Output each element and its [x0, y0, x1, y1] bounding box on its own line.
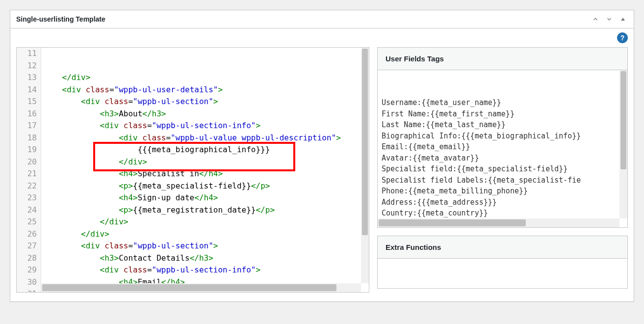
template-panel: Single-userlisting Template ? 1112131415… [10, 10, 634, 302]
field-tag[interactable]: Country:{{meta_country}} [382, 208, 627, 219]
line-number: 27 [17, 240, 37, 252]
code-line[interactable]: </div> [43, 216, 369, 228]
line-number: 13 [17, 72, 37, 84]
fields-hscrollbar-thumb[interactable] [379, 219, 526, 226]
collapse-triangle-icon[interactable] [618, 14, 628, 24]
code-line[interactable]: <div class="wppb-ul-user-details"> [43, 84, 369, 96]
code-line[interactable]: <h4>Sign-up date</h4> [43, 192, 369, 204]
chevron-up-icon[interactable] [591, 14, 600, 24]
fields-vscrollbar-thumb[interactable] [620, 71, 626, 169]
line-number: 17 [17, 120, 37, 132]
fields-hscrollbar[interactable] [378, 218, 619, 227]
code-line[interactable]: <div class="wppb-ul-section"> [43, 240, 369, 252]
line-number: 11 [17, 48, 37, 60]
code-hscrollbar-thumb[interactable] [42, 284, 336, 291]
extra-functions-header[interactable]: Extra Functions [378, 236, 627, 259]
field-tag[interactable]: Biographical Info:{{{meta_biographical_i… [382, 131, 627, 142]
line-number: 28 [17, 252, 37, 265]
code-line[interactable]: </div> [43, 228, 369, 241]
code-line[interactable]: <div class="wppb-ul-section-info"> [43, 120, 369, 132]
code-line[interactable]: <div class="wppb-ul-section"> [43, 96, 369, 108]
code-line[interactable]: <p>{{meta_specialist-field}}</p> [43, 180, 369, 192]
line-number: 15 [17, 96, 37, 108]
editor-row: 1112131415161718192021222324252627282930… [16, 47, 628, 293]
user-fields-panel: User Fields Tags Username:{{meta_user_na… [377, 47, 628, 228]
extra-functions-body [378, 259, 627, 288]
line-number: 21 [17, 168, 37, 180]
code-line[interactable]: <div class="wppb-ul-section-info"> [43, 264, 369, 276]
fields-vscrollbar[interactable] [619, 70, 627, 218]
code-line[interactable]: <h4>Email</h4> [43, 276, 369, 284]
line-number: 24 [17, 204, 37, 216]
code-line[interactable]: </div> [43, 156, 369, 168]
code-editor[interactable]: 1112131415161718192021222324252627282930… [16, 47, 369, 293]
line-number: 22 [17, 180, 37, 192]
field-tag[interactable]: Address:{{{meta_address}}} [382, 197, 627, 208]
field-tag[interactable]: Specialist field:{{meta_specialist-field… [382, 163, 627, 175]
code-line[interactable]: <div class="wppb-ul-value wppb-ul-descri… [43, 132, 369, 144]
panel-controls [591, 14, 628, 24]
field-tag[interactable]: Last Name:{{meta_last_name}} [382, 119, 627, 131]
code-line[interactable]: <p>{{meta_registration_date}}</p> [43, 204, 369, 216]
line-number: 30 [17, 276, 37, 289]
line-number: 20 [17, 156, 37, 168]
panel-title: Single-userlisting Template [16, 15, 105, 23]
user-fields-list[interactable]: Username:{{meta_user_name}}First Name:{{… [378, 70, 627, 227]
field-tag[interactable]: Avatar:{{meta_avatar}} [382, 153, 627, 164]
code-line[interactable]: </div> [43, 72, 369, 84]
code-vscrollbar-thumb[interactable] [362, 49, 368, 235]
code-line[interactable]: {{{meta_biographical_info}}} [43, 144, 369, 156]
user-fields-header[interactable]: User Fields Tags [378, 48, 627, 70]
field-tag[interactable]: Username:{{meta_user_name}} [382, 97, 627, 108]
code-hscrollbar[interactable] [41, 283, 361, 292]
sidebar: User Fields Tags Username:{{meta_user_na… [377, 47, 628, 293]
chevron-down-icon[interactable] [604, 14, 614, 24]
code-area[interactable]: </div> <div class="wppb-ul-user-details"… [41, 48, 369, 283]
field-tag[interactable]: Specialist field Labels:{{meta_specialis… [382, 175, 627, 186]
line-gutter: 1112131415161718192021222324252627282930… [17, 48, 41, 292]
line-number: 18 [17, 132, 37, 144]
svg-marker-0 [621, 18, 625, 21]
line-number: 31 [17, 288, 37, 293]
help-icon[interactable]: ? [617, 32, 628, 43]
code-line[interactable]: <h3>Contact Details</h3> [43, 252, 369, 265]
code-line[interactable]: <h4>Specialist in</h4> [43, 168, 369, 180]
panel-body: ? 11121314151617181920212223242526272829… [10, 28, 634, 301]
extra-functions-panel: Extra Functions [377, 236, 628, 289]
line-number: 19 [17, 144, 37, 156]
field-tag[interactable]: Phone:{{meta_meta_billing_phone}} [382, 186, 627, 197]
code-vscrollbar[interactable] [361, 48, 369, 283]
field-tag[interactable]: Email:{{meta_email}} [382, 141, 627, 153]
line-number: 25 [17, 216, 37, 228]
code-line[interactable]: <h3>About</h3> [43, 108, 369, 120]
field-tag[interactable]: First Name:{{meta_first_name}} [382, 108, 627, 120]
line-number: 26 [17, 228, 37, 241]
text-caret [93, 145, 94, 155]
panel-header[interactable]: Single-userlisting Template [10, 10, 634, 28]
line-number: 29 [17, 264, 37, 276]
line-number: 23 [17, 192, 37, 204]
line-number: 14 [17, 84, 37, 96]
line-number: 16 [17, 108, 37, 120]
line-number: 12 [17, 60, 37, 72]
